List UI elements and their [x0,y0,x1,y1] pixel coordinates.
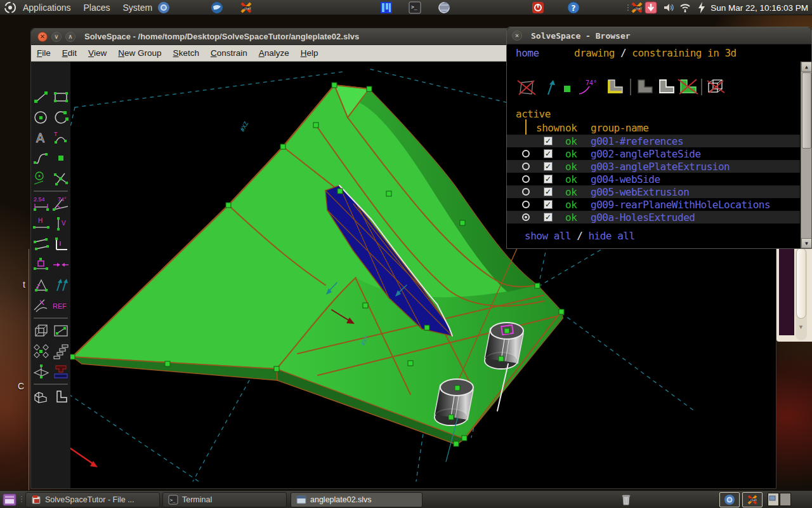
text-tool[interactable]: A [32,129,50,147]
xchat-taskbar-button[interactable]: chat [742,492,763,507]
group-name-link[interactable]: g005-webExtrusion [591,186,689,198]
parallel-normals-constraint[interactable] [52,276,70,294]
scroll-down-icon[interactable]: ▼ [801,238,811,248]
construction-tool[interactable] [32,170,50,187]
step-rotate-tool[interactable] [32,342,50,360]
menu-analyze[interactable]: Analyze [253,45,295,62]
show-workplanes-icon[interactable] [516,79,537,99]
group-name-link[interactable]: g001-#references [591,135,683,147]
sketch-in-plane-tool[interactable] [52,322,70,340]
show-all-link[interactable]: show all [525,230,571,242]
xchat-icon[interactable]: chat [240,1,252,14]
split-curves-tool[interactable] [52,170,70,187]
activate-radio[interactable] [522,150,530,157]
perpendicular-constraint[interactable] [52,236,70,253]
group-name-link[interactable]: g004-webSide [591,173,660,185]
group-name-link[interactable]: g003-anglePlateExtrusion [591,161,730,173]
shown-checkbox[interactable] [544,149,553,158]
scrollbar-thumb[interactable] [802,72,811,149]
show-shaded-icon[interactable] [603,77,626,99]
line-tool[interactable] [32,88,50,106]
window-close-button[interactable]: ✕ [37,32,48,42]
activate-radio[interactable] [522,201,530,208]
group-row[interactable]: ok g009-rearPlaneWithHoleLocations [507,198,800,211]
activate-radio[interactable] [522,213,530,221]
parallel-constraint[interactable] [32,236,50,253]
activate-radio[interactable] [522,163,530,170]
sketch-in-3d-tool[interactable] [32,322,50,340]
sketch-2d-tool[interactable] [52,388,70,406]
chromium-taskbar-button[interactable] [719,492,740,507]
breadcrumb-mode[interactable]: constraining in 3d [632,47,736,59]
rectangle-tool[interactable] [52,88,70,106]
workspace-1[interactable] [768,493,779,506]
show-hidden-lines-icon[interactable] [705,77,728,99]
lathe-tool[interactable] [32,363,50,380]
scroll-down-icon[interactable]: ▼ [798,324,804,330]
show-normals-icon[interactable] [543,79,558,99]
volume-icon[interactable] [662,1,675,14]
places-menu[interactable]: Places [77,0,117,15]
home-link[interactable]: home [516,47,539,59]
group-name-link[interactable]: g00a-HolesExtruded [591,211,695,224]
chromium-icon[interactable] [157,1,170,14]
ubuntu-menu-icon[interactable] [4,1,16,14]
menu-file[interactable]: File [31,45,56,62]
group-name-link[interactable]: g009-rearPlaneWithHoleLocations [591,199,770,211]
group-name-link[interactable]: g002-anglePlateSide [591,148,701,160]
show-edges-icon[interactable] [634,77,655,99]
menu-sketch[interactable]: Sketch [167,45,205,62]
bezier-tool[interactable] [32,149,50,167]
show-desktop-icon[interactable] [3,493,15,505]
show-points-icon[interactable] [563,84,572,96]
group-row[interactable]: ok g002-anglePlateSide [507,147,800,160]
window-maximize-button[interactable]: ∧ [65,32,75,42]
menu-help[interactable]: Help [295,45,324,62]
group-row[interactable]: ok g00a-HolesExtruded [507,211,800,224]
applications-menu[interactable]: Applications [16,0,77,15]
taskbar-item-terminal[interactable]: >_ Terminal [162,492,287,507]
link-part-tool[interactable] [32,388,50,406]
activate-radio[interactable] [522,175,530,183]
extrude-tool[interactable] [52,363,70,380]
group-row[interactable]: ok g005-webExtrusion [507,185,800,198]
activate-radio[interactable] [522,188,530,196]
shown-checkbox[interactable] [544,187,553,196]
thunderbird-icon[interactable] [211,1,223,14]
xchat-tray-icon[interactable]: chat [631,1,643,14]
group-row[interactable]: ok g001-#references [507,135,800,147]
shown-checkbox[interactable] [544,137,553,145]
wifi-icon[interactable] [679,1,691,14]
terminal-launcher-icon[interactable]: >_ [409,1,421,14]
vertical-constraint[interactable]: V [52,215,70,233]
arc-tool[interactable] [52,109,70,126]
taskbar-item-file-manager[interactable]: SolveSpaceTutor - File ... [25,492,160,507]
group-row[interactable]: ok g003-anglePlateExtrusion [507,160,800,173]
menu-constrain[interactable]: Constrain [205,45,253,62]
breadcrumb-section[interactable]: drawing [574,47,615,59]
tangent-constraint[interactable] [32,297,50,314]
group-row[interactable]: ok g004-webSide [507,173,800,185]
show-constraints-icon[interactable]: 74° [577,77,603,99]
shown-checkbox[interactable] [544,162,553,171]
background-scrollbar-thumb[interactable] [796,248,806,319]
menu-edit[interactable]: Edit [56,45,82,62]
menu-view[interactable]: View [82,45,112,62]
package-blue-icon[interactable] [379,1,392,13]
trash-icon[interactable] [619,493,632,505]
symmetry-constraint[interactable] [32,256,50,274]
ttf-curve-tool[interactable]: T [52,129,70,147]
browser-titlebar[interactable]: ✕ SolveSpace - Browser [507,27,811,44]
equal-constraint[interactable] [32,276,50,294]
globe-icon[interactable] [438,1,450,14]
panel-clock[interactable]: Sun Mar 22, 10:16:03 PM [710,0,808,15]
step-translate-tool[interactable] [52,342,70,360]
coincident-constraint[interactable] [52,256,70,274]
menu-new-group[interactable]: New Group [112,45,167,62]
show-outlines-icon[interactable] [655,77,677,99]
system-menu[interactable]: System [117,0,159,15]
downloader-tray-icon[interactable] [645,1,657,14]
distance-constraint[interactable]: 2.54 [32,195,50,213]
window-close-button[interactable]: ✕ [512,30,522,41]
browser-scrollbar[interactable]: ▲ ▼ [801,62,811,248]
